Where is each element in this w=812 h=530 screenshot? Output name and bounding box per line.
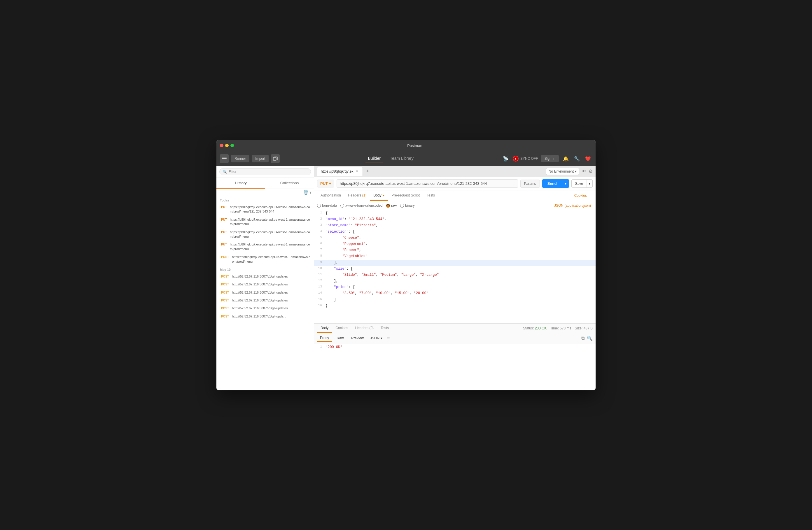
sidebar-actions: 🗑️ ▾ bbox=[216, 189, 314, 196]
today-section-header: Today bbox=[216, 196, 314, 203]
send-button[interactable]: Send bbox=[542, 179, 562, 188]
chevron-down-icon: ▾ bbox=[575, 170, 577, 174]
json-type-selector[interactable]: JSON (application/json) bbox=[552, 203, 593, 208]
code-link[interactable] bbox=[590, 191, 593, 201]
tab-tests[interactable]: Tests bbox=[423, 190, 438, 201]
history-url: http://52.52.67.116:3007/v1/git-updates bbox=[232, 282, 288, 286]
binary-option[interactable]: binary bbox=[400, 204, 415, 208]
response-panel: Body Cookies Headers (9) Tests Status: 2… bbox=[314, 323, 596, 391]
response-meta: Status: 200 OK Time: 578 ms Size: 437 B bbox=[523, 326, 593, 330]
code-line-12: 12 ], bbox=[314, 278, 596, 284]
filter-response-button[interactable]: ≡ bbox=[387, 336, 390, 341]
list-item[interactable]: PUT https://p80jhqkrq7.execute-api.us-we… bbox=[216, 203, 314, 216]
request-sub-tabs: Authorization Headers (1) Body ● Pre-req… bbox=[314, 190, 596, 201]
preview-tab[interactable]: Preview bbox=[348, 335, 367, 341]
tab-pre-request-script[interactable]: Pre-request Script bbox=[388, 190, 423, 201]
raw-option[interactable]: raw bbox=[386, 204, 397, 208]
list-item[interactable]: POST http://52.52.67.116:3007/v1/git-upd… bbox=[216, 273, 314, 280]
status-value: 200 OK bbox=[535, 326, 547, 330]
save-dropdown-button[interactable]: ▾ bbox=[586, 180, 592, 188]
list-item[interactable]: POST https://p80jhqkrq7.execute-api.us-w… bbox=[216, 253, 314, 266]
tab-close-button[interactable]: ✕ bbox=[355, 170, 359, 174]
list-item[interactable]: PUT https://p80jhqkrq7.execute-api.us-we… bbox=[216, 228, 314, 241]
code-line-9: 9 ], bbox=[314, 260, 596, 266]
environment-selector[interactable]: No Environment ▾ bbox=[546, 168, 579, 175]
request-tab[interactable]: https://p80jhqkrq7.ex ✕ bbox=[317, 167, 363, 176]
heart-icon-button[interactable]: ❤️ bbox=[584, 155, 592, 163]
filter-input[interactable] bbox=[229, 170, 308, 174]
sync-button[interactable]: ● SYNC OFF bbox=[513, 156, 538, 162]
toolbar-left: Runner Import bbox=[220, 154, 280, 163]
team-library-tab[interactable]: Team Library bbox=[388, 155, 416, 162]
list-item[interactable]: POST http://52.52.67.116:3007/v1/git-upd… bbox=[216, 280, 314, 288]
bell-icon-button[interactable]: 🔔 bbox=[562, 155, 570, 163]
code-editor[interactable]: 1 { 2 "menu_id": "121-232-343-544", 3 "s… bbox=[314, 210, 596, 323]
runner-button[interactable]: Runner bbox=[231, 155, 249, 162]
send-dropdown-button[interactable]: ▾ bbox=[562, 179, 569, 188]
size-label: Size: 437 B bbox=[575, 326, 593, 330]
sidebar-scroll[interactable]: Today PUT https://p80jhqkrq7.execute-api… bbox=[216, 196, 314, 391]
builder-tab[interactable]: Builder bbox=[365, 155, 383, 162]
close-button[interactable] bbox=[220, 144, 223, 147]
response-code-area[interactable]: 1 "200 OK" bbox=[314, 343, 596, 391]
cookies-link[interactable]: Cookies bbox=[573, 191, 588, 201]
request-url-bar: PUT ▾ Params Send ▾ Save ▾ bbox=[314, 177, 596, 190]
search-response-button[interactable]: 🔍 bbox=[587, 336, 593, 341]
history-url: https://p80jhqkrq7.execute-api.us-west-1… bbox=[232, 255, 310, 264]
resp-tab-tests[interactable]: Tests bbox=[377, 324, 392, 333]
code-line-1: 1 { bbox=[314, 210, 596, 216]
method-badge-put: PUT bbox=[220, 230, 228, 234]
resp-tab-cookies[interactable]: Cookies bbox=[332, 324, 351, 333]
history-tab[interactable]: History bbox=[216, 178, 265, 189]
save-button[interactable]: Save bbox=[572, 180, 586, 188]
url-input[interactable] bbox=[337, 179, 518, 188]
list-item[interactable]: POST http://52.52.67.116:3007/v1/git-upd… bbox=[216, 289, 314, 296]
delete-history-button[interactable]: 🗑️ ▾ bbox=[303, 190, 311, 195]
code-line-4: 4 "selection": [ bbox=[314, 229, 596, 235]
form-data-option[interactable]: form-data bbox=[317, 204, 337, 208]
method-badge-post: POST bbox=[220, 306, 230, 310]
tab-bar: https://p80jhqkrq7.ex ✕ + No Environment… bbox=[314, 166, 596, 177]
method-badge-post: POST bbox=[220, 255, 230, 259]
maximize-button[interactable] bbox=[230, 144, 234, 147]
import-button[interactable]: Import bbox=[252, 155, 269, 162]
eye-icon-button[interactable]: 👁 bbox=[582, 169, 586, 174]
list-item[interactable]: POST http://52.52.67.116:3007/v1/git-upd… bbox=[216, 296, 314, 304]
tab-body[interactable]: Body ● bbox=[370, 190, 388, 201]
antenna-icon-button[interactable]: 📡 bbox=[502, 155, 510, 163]
add-tab-button[interactable]: + bbox=[363, 168, 371, 175]
resp-tab-headers[interactable]: Headers (9) bbox=[352, 324, 377, 333]
list-item[interactable]: PUT https://p80jhqkrq7.execute-api.us-we… bbox=[216, 240, 314, 253]
gear-icon-button[interactable]: ⚙ bbox=[589, 168, 593, 174]
minimize-button[interactable] bbox=[225, 144, 229, 147]
list-item[interactable]: PUT https://p80jhqkrq7.execute-api.us-we… bbox=[216, 216, 314, 228]
history-url: https://p80jhqkrq7.execute-api.us-west-1… bbox=[230, 218, 310, 226]
sidebar-toggle-button[interactable] bbox=[220, 154, 229, 163]
list-item[interactable]: POST http://52.52.67.116:3007/v1/git-upd… bbox=[216, 304, 314, 312]
method-badge-put: PUT bbox=[220, 242, 228, 246]
filter-input-wrap: 🔍 bbox=[219, 168, 311, 175]
resp-tab-body[interactable]: Body bbox=[317, 324, 332, 333]
list-item[interactable]: POST http://52.52.67.116:3007/v1/git-upd… bbox=[216, 312, 314, 320]
new-window-button[interactable] bbox=[271, 154, 280, 163]
code-line-10: 10 "size": [ bbox=[314, 266, 596, 272]
pretty-tab[interactable]: Pretty bbox=[317, 335, 332, 342]
collections-tab[interactable]: Collections bbox=[265, 178, 314, 189]
method-badge-put: PUT bbox=[220, 218, 228, 222]
tab-headers[interactable]: Headers (1) bbox=[345, 190, 370, 201]
code-line-14: 14 "3.50", "7.00", "10.00", "15.00", "20… bbox=[314, 290, 596, 296]
method-selector[interactable]: PUT ▾ bbox=[317, 180, 334, 188]
tab-authorization[interactable]: Authorization bbox=[317, 190, 345, 201]
status-label: Status: 200 OK bbox=[523, 326, 547, 330]
raw-tab[interactable]: Raw bbox=[334, 335, 347, 341]
params-button[interactable]: Params bbox=[520, 180, 540, 188]
sign-in-button[interactable]: Sign In bbox=[541, 155, 559, 162]
time-label: Time: 578 ms bbox=[550, 326, 571, 330]
main-content: 🔍 History Collections 🗑️ ▾ Today PUT htt… bbox=[216, 166, 596, 391]
json-format-selector[interactable]: JSON ▾ bbox=[368, 336, 384, 341]
copy-response-button[interactable]: ⧉ bbox=[581, 336, 584, 341]
method-badge-post: POST bbox=[220, 282, 230, 286]
settings-icon-button[interactable]: 🔧 bbox=[573, 155, 581, 163]
urlencoded-option[interactable]: x-www-form-urlencoded bbox=[340, 204, 382, 208]
code-line-15: 15 ] bbox=[314, 297, 596, 303]
